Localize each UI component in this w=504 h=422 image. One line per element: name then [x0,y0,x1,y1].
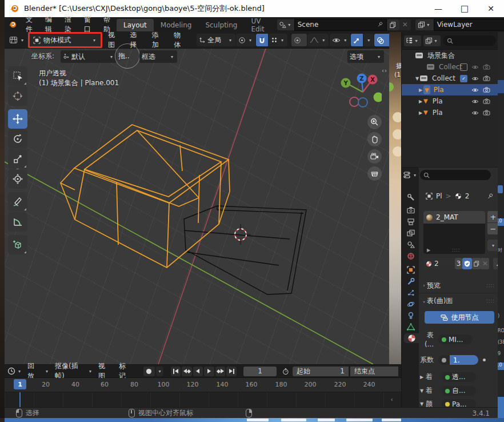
proportional-falloff-dropdown[interactable]: ▾ [307,34,329,46]
eye-icon[interactable] [471,99,479,104]
menu-help[interactable]: 帮助 [97,15,117,34]
viewport-3d[interactable]: ▾ 物体模式 ▾ 视图 选择 添加 物体 全局 ▾ ▾ [5,32,389,364]
pan-button[interactable] [367,132,382,146]
auto-key-button[interactable] [143,367,155,376]
snap-target-dropdown[interactable]: ▾ [269,34,287,46]
workspace-tab-layout[interactable]: Layout [117,19,154,31]
camera-restrict-icon[interactable] [483,110,490,116]
frame-start-field[interactable]: 起始 1 [293,367,349,376]
jump-to-start-button[interactable] [171,367,181,376]
tab-object-data[interactable] [405,322,416,332]
viewport-camera-strip[interactable]: 摄 (1 [389,32,401,364]
color-dropdown[interactable]: Pa... [442,399,476,408]
tab-object[interactable] [405,265,416,274]
tab-output[interactable] [405,217,416,226]
tool-add-cube[interactable] [8,235,27,254]
tab-world[interactable] [405,251,416,261]
outliner-row-scene-collection[interactable]: 场景集合 [402,50,498,61]
animate-decorator[interactable] [483,359,486,361]
menu-render[interactable]: 渲染 [58,15,78,34]
camera-restrict-icon[interactable] [483,75,490,81]
material-slot-list[interactable]: 2_MAT ▶ :::: [423,211,485,254]
unlink-material-button[interactable]: ✕ [481,258,489,269]
current-frame-badge[interactable]: 1 [14,379,26,389]
tool-measure[interactable] [8,212,27,232]
outliner-row-plane[interactable]: ▶ ▼ Pla [402,95,498,107]
prev-keyframe-button[interactable] [182,367,192,376]
jump-to-end-button[interactable] [226,367,237,376]
shader-dropdown[interactable]: 自... [442,386,476,396]
next-keyframe-button[interactable] [215,367,226,376]
area-resize-handle[interactable]: ‹› [382,67,387,74]
camera-restrict-icon[interactable] [483,98,490,104]
expand-arrow-icon[interactable]: ▶ [427,248,430,253]
properties-editor-type-button[interactable]: ▾ [403,171,418,179]
scene-new-copy-button[interactable] [387,19,399,30]
tab-render[interactable] [405,205,416,215]
play-button[interactable] [204,367,214,376]
exclude-checkbox[interactable] [460,63,467,71]
factor-socket[interactable] [438,355,450,365]
select-box-dropdown[interactable]: 框选 ▾ [139,50,177,63]
ortho-toggle-button[interactable] [367,166,382,181]
scene-icon-button[interactable]: ▾ [277,19,294,30]
workspace-tab-modeling[interactable]: Modeling [154,19,199,31]
material-name-field[interactable]: 2 [423,258,455,269]
scene-unlink-button[interactable]: ✕ [399,19,411,30]
orientation-dropdown[interactable]: 全局 ▾ [197,34,235,46]
current-frame-field[interactable]: 1 [243,367,277,376]
snap-toggle[interactable] [256,34,268,46]
playhead[interactable] [19,392,21,409]
surface-shader-dropdown[interactable]: MI... [438,335,473,344]
maximize-button[interactable]: □ [451,0,478,17]
viewlayer-icon-button[interactable]: ▾ [415,19,434,30]
frame-end-field[interactable]: 结束点 [350,367,398,376]
tab-physics[interactable] [405,299,416,309]
shader-dropdown[interactable]: 透... [442,372,476,382]
outliner-search[interactable] [443,35,496,46]
gizmos-dropdown[interactable]: ▾ [363,34,374,46]
tool-transform[interactable] [8,169,27,189]
outliner-display-mode-button[interactable]: ▾ [423,35,441,46]
outliner-row-plane[interactable]: ▶ ▼ Pla [402,107,498,118]
panel-surface-header[interactable]: ⌄ 表(曲)面 :::: [421,295,498,307]
tab-constraints[interactable] [405,310,416,320]
tab-viewlayer[interactable] [405,228,416,238]
blender-menu-icon[interactable] [8,20,17,29]
tool-rotate[interactable] [8,129,27,149]
tab-scene[interactable] [405,240,416,249]
slot-specials-button[interactable]: ▾ [487,240,498,251]
fake-user-toggle[interactable] [462,258,472,269]
auto-key-dropdown[interactable]: ▾ [156,367,163,376]
factor-value-field[interactable]: 1. [450,355,478,365]
zoom-button[interactable] [367,115,382,129]
eye-icon[interactable] [471,87,479,93]
grip-handle[interactable]: :::: [452,248,461,253]
tab-modifiers[interactable] [405,276,416,286]
tool-scale[interactable] [8,149,27,169]
options-dropdown[interactable]: 选项 ▾ [347,50,384,63]
viewlayer-name-field[interactable]: ViewLayer [434,19,504,31]
eye-icon[interactable] [471,110,479,116]
pin-icon[interactable] [377,21,383,28]
outliner-row-plane-active[interactable]: ▶ ▼ Pla [402,84,498,95]
axis-gizmo[interactable]: Z Y X [336,71,382,112]
scene-name-field[interactable]: Scene [294,19,387,31]
eye-icon[interactable] [471,65,479,70]
play-reverse-button[interactable] [193,367,203,376]
tab-tool[interactable] [405,192,416,202]
eye-icon[interactable] [471,76,479,81]
slot-add-button[interactable]: + [487,211,498,222]
workspace-tab-sculpting[interactable]: Sculpting [198,19,244,31]
editor-type-button[interactable]: ▾ [7,34,27,46]
new-material-button[interactable] [472,258,481,269]
scroll-left-indicator[interactable]: ‹ [391,396,393,403]
outliner-row-collection-excluded[interactable]: Collect [402,61,498,73]
exclude-checkbox[interactable]: ✓ [460,75,467,82]
overlays-toggle[interactable] [374,34,389,46]
minimize-button[interactable]: — [425,0,451,17]
pin-id-icon[interactable] [486,193,494,200]
camera-restrict-icon[interactable] [483,64,490,70]
breadcrumb-material[interactable]: 2 [465,192,470,200]
properties-search[interactable] [420,170,491,180]
